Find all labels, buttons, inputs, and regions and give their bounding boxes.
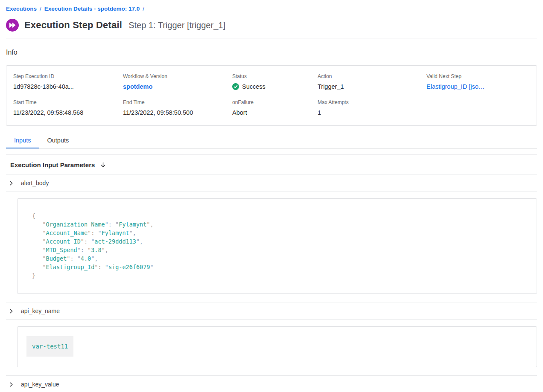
info-field-step-execution-id: Step Execution ID 1d97828c-13b6-40a... — [13, 73, 123, 90]
info-field-status: Status Success — [232, 73, 318, 90]
page-subtitle: Step 1: Trigger [trigger_1] — [128, 20, 225, 30]
info-field-action: Action Trigger_1 — [318, 73, 426, 90]
info-field-end-time: End Time 11/23/2022, 09:58:50.500 — [123, 99, 232, 116]
breadcrumb-link-executions[interactable]: Executions — [6, 6, 37, 12]
param-name-alert-body: alert_body — [21, 180, 49, 186]
check-circle-icon — [232, 83, 239, 90]
tab-outputs[interactable]: Outputs — [39, 133, 77, 148]
valid-next-step-link[interactable]: Elastigroup_ID [jso… — [426, 83, 530, 90]
info-field-empty — [426, 99, 530, 116]
download-arrow-icon[interactable] — [100, 162, 106, 168]
execution-input-parameters-header: Execution Input Parameters — [6, 155, 537, 174]
info-section-title: Info — [6, 49, 537, 56]
status-text: Success — [242, 83, 266, 90]
breadcrumb-separator: / — [143, 6, 144, 12]
info-label: Workflow & Version — [123, 73, 232, 79]
breadcrumb-link-execution-details[interactable]: Execution Details - spotdemo: 17.0 — [44, 6, 140, 12]
param-section-api-key-name[interactable]: api_key_name — [6, 302, 537, 320]
info-label: Max Attempts — [318, 99, 426, 105]
breadcrumb: Executions / Execution Details - spotdem… — [6, 0, 537, 12]
api-key-name-value: var-test11 — [26, 336, 73, 357]
status-badge: Success — [232, 83, 318, 90]
info-field-start-time: Start Time 11/23/2022, 09:58:48.568 — [13, 99, 123, 116]
chevron-right-icon[interactable] — [9, 382, 14, 387]
page-title: Execution Step Detail — [24, 20, 122, 31]
param-name-api-key-value: api_key_value — [21, 381, 59, 388]
tabs: Inputs Outputs — [6, 133, 537, 149]
info-field-workflow-version: Workflow & Version spotdemo — [123, 73, 232, 90]
end-time-value: 11/23/2022, 09:58:50.500 — [123, 109, 232, 116]
execution-step-detail-page: Executions / Execution Details - spotdem… — [0, 0, 543, 392]
info-label: Action — [318, 73, 426, 79]
tab-inputs[interactable]: Inputs — [6, 133, 39, 148]
workflow-version-link[interactable]: spotdemo — [123, 83, 232, 90]
execution-input-parameters-title: Execution Input Parameters — [10, 161, 95, 168]
param-content-alert-body: { "Organization_Name": "Fylamynt", "Acco… — [6, 192, 537, 302]
param-section-alert-body[interactable]: alert_body — [6, 174, 537, 192]
start-time-value: 11/23/2022, 09:58:48.568 — [13, 109, 123, 116]
param-name-api-key-name: api_key_name — [21, 308, 60, 314]
alert-body-code-box: { "Organization_Name": "Fylamynt", "Acco… — [17, 198, 537, 294]
api-key-name-value-box: var-test11 — [17, 326, 537, 367]
info-field-on-failure: onFailure Abort — [232, 99, 318, 116]
param-section-api-key-value[interactable]: api_key_value — [6, 375, 537, 392]
info-card: Step Execution ID 1d97828c-13b6-40a... W… — [6, 65, 537, 126]
info-label: Valid Next Step — [426, 73, 530, 79]
info-label: Step Execution ID — [13, 73, 123, 79]
max-attempts-value: 1 — [318, 109, 426, 116]
info-label: onFailure — [232, 99, 318, 105]
on-failure-value: Abort — [232, 109, 318, 116]
page-header: Execution Step Detail Step 1: Trigger [t… — [6, 19, 537, 38]
info-field-valid-next-step: Valid Next Step Elastigroup_ID [jso… — [426, 73, 530, 90]
info-field-max-attempts: Max Attempts 1 — [318, 99, 426, 116]
info-label: End Time — [123, 99, 232, 105]
action-value: Trigger_1 — [318, 83, 426, 90]
step-execution-id-value: 1d97828c-13b6-40a... — [13, 83, 123, 90]
chevron-right-icon[interactable] — [9, 309, 14, 314]
info-label: Status — [232, 73, 318, 79]
info-label: Start Time — [13, 99, 123, 105]
alert-body-code: { "Organization_Name": "Fylamynt", "Acco… — [32, 212, 528, 280]
param-content-api-key-name: var-test11 — [6, 320, 537, 375]
fylamynt-logo-icon — [6, 19, 19, 32]
breadcrumb-separator: / — [40, 6, 41, 12]
chevron-right-icon[interactable] — [9, 181, 14, 186]
